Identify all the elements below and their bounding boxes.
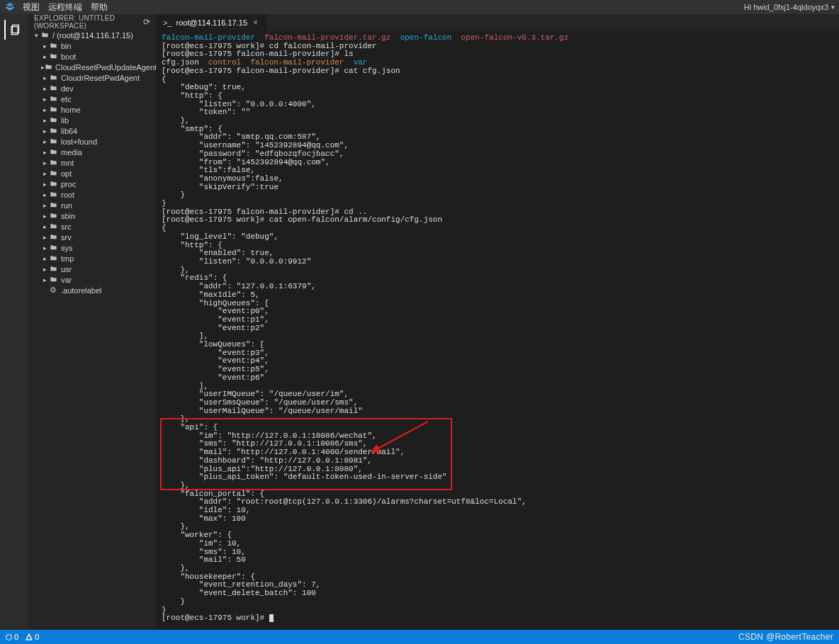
folder-icon [48, 222, 58, 230]
main-area: EXPLORER: UNTITLED (WORKSPACE) ⟳ ▾ / (ro… [0, 14, 839, 630]
tree-item-label: tmp [61, 254, 74, 263]
tree-item-label: sys [61, 244, 73, 252]
explorer-header: EXPLORER: UNTITLED (WORKSPACE) ⟳ [28, 14, 156, 30]
folder-icon [48, 42, 58, 50]
tab-label: root@114.116.17.15 [176, 18, 247, 27]
tree-folder-lib[interactable]: ▸lib [28, 115, 156, 125]
tree-folder-proc[interactable]: ▸proc [28, 179, 156, 189]
status-errors[interactable]: 0 [6, 633, 18, 641]
menu-remote-terminal[interactable]: 远程终端 [48, 1, 82, 13]
tree-item-label: bin [61, 42, 72, 50]
tree-folder-var[interactable]: ▸var [28, 274, 156, 285]
chevron-right-icon: ▸ [41, 202, 48, 209]
gear-icon: ⚙ [48, 286, 58, 295]
tree-item-label: home [61, 106, 81, 114]
explorer-title: EXPLORER: UNTITLED (WORKSPACE) [34, 14, 143, 30]
folder-icon [40, 31, 50, 39]
tree-item-label: usr [61, 265, 72, 273]
tree-folder-media[interactable]: ▸media [28, 147, 156, 157]
file-tree[interactable]: ▾ / (root@114.116.17.15) ▸bin▸boot▸Cloud… [28, 30, 156, 630]
tree-item-label: sbin [61, 212, 75, 220]
tree-item-label: media [61, 148, 82, 157]
tree-item-label: .autorelabel [61, 286, 102, 295]
warning-icon [26, 633, 33, 640]
folder-icon [48, 180, 58, 188]
tree-folder-sbin[interactable]: ▸sbin [28, 210, 156, 221]
tree-folder-boot[interactable]: ▸boot [28, 51, 156, 62]
refresh-icon[interactable]: ⟳ [143, 17, 150, 27]
chevron-right-icon: ▸ [41, 181, 48, 188]
tree-item-label: srv [61, 233, 72, 242]
tree-folder-mnt[interactable]: ▸mnt [28, 157, 156, 168]
folder-icon [48, 52, 58, 60]
chevron-down-icon: ▾ [831, 4, 835, 11]
tree-item-label: lib64 [61, 127, 77, 135]
tree-folder-CloudrResetPwdAgent[interactable]: ▸CloudrResetPwdAgent [28, 72, 156, 83]
folder-icon [48, 116, 58, 124]
chevron-down-icon: ▾ [33, 32, 40, 39]
tree-folder-run[interactable]: ▸run [28, 200, 156, 210]
tree-folder-root[interactable]: ▸root [28, 189, 156, 200]
menu-help[interactable]: 帮助 [91, 1, 108, 13]
tree-folder-CloudResetPwdUpdateAgent[interactable]: ▸CloudResetPwdUpdateAgent [28, 62, 156, 72]
tree-folder-opt[interactable]: ▸opt [28, 168, 156, 179]
editor-area: >_ root@114.116.17.15 × falcon-mail-prov… [156, 14, 839, 630]
folder-icon [48, 254, 58, 262]
chevron-right-icon: ▸ [41, 96, 48, 103]
app-logo-icon [4, 1, 16, 13]
chevron-right-icon: ▸ [41, 43, 48, 50]
tree-folder-sys[interactable]: ▸sys [28, 242, 156, 253]
tree-item-label: src [61, 222, 72, 231]
tree-folder-lost+found[interactable]: ▸lost+found [28, 136, 156, 147]
tree-folder-tmp[interactable]: ▸tmp [28, 253, 156, 264]
folder-icon [48, 201, 58, 209]
folder-icon [45, 63, 52, 71]
tree-root-label: / (root@114.116.17.15) [52, 31, 133, 40]
folder-icon [48, 74, 58, 81]
user-menu[interactable]: Hi hwid_0fxj1-4qldoyqx3 ▾ [744, 3, 835, 11]
chevron-right-icon: ▸ [41, 74, 48, 81]
chevron-right-icon: ▸ [41, 266, 48, 273]
tab-terminal[interactable]: >_ root@114.116.17.15 × [156, 14, 266, 31]
chevron-right-icon: ▸ [41, 106, 48, 113]
chevron-right-icon: ▸ [41, 276, 48, 283]
folder-icon [48, 148, 58, 156]
chevron-right-icon: ▸ [41, 191, 48, 198]
terminal-output[interactable]: falcon-mail-provider falcon-mail-provide… [156, 31, 839, 630]
tree-folder-home[interactable]: ▸home [28, 104, 156, 115]
folder-icon [48, 169, 58, 177]
tree-item-label: var [61, 276, 72, 284]
tree-item-label: CloudResetPwdUpdateAgent [55, 63, 156, 72]
tree-folder-srv[interactable]: ▸srv [28, 232, 156, 242]
chevron-right-icon: ▸ [41, 234, 48, 241]
tree-item-label: run [61, 201, 72, 210]
tree-folder-src[interactable]: ▸src [28, 221, 156, 232]
tree-item-label: etc [61, 95, 72, 103]
tree-folder-bin[interactable]: ▸bin [28, 40, 156, 51]
error-icon [6, 634, 12, 640]
tree-folder-etc[interactable]: ▸etc [28, 94, 156, 104]
terminal-cursor [269, 614, 274, 622]
folder-icon [48, 95, 58, 103]
tree-file-autorelabel[interactable]: ⚙ .autorelabel [28, 285, 156, 295]
chevron-right-icon: ▸ [41, 255, 48, 262]
tree-item-label: lib [61, 116, 69, 125]
explorer-sidebar: EXPLORER: UNTITLED (WORKSPACE) ⟳ ▾ / (ro… [28, 14, 156, 630]
tree-folder-usr[interactable]: ▸usr [28, 264, 156, 274]
tree-item-label: dev [61, 84, 74, 93]
tree-folder-lib64[interactable]: ▸lib64 [28, 125, 156, 136]
tree-item-label: proc [61, 180, 76, 188]
menu-view[interactable]: 视图 [23, 1, 40, 13]
close-icon[interactable]: × [253, 18, 258, 28]
tree-item-label: mnt [61, 159, 74, 167]
chevron-right-icon: ▸ [41, 159, 48, 166]
status-bar: 0 0 CSDN @RobertTeacher [0, 630, 839, 644]
chevron-right-icon: ▸ [41, 138, 48, 145]
tree-item-label: boot [61, 52, 76, 61]
chevron-right-icon: ▸ [41, 213, 48, 220]
status-warnings[interactable]: 0 [26, 633, 39, 641]
explorer-activity-icon[interactable] [4, 20, 24, 40]
tree-root[interactable]: ▾ / (root@114.116.17.15) [28, 30, 156, 40]
tree-folder-dev[interactable]: ▸dev [28, 83, 156, 94]
chevron-right-icon: ▸ [41, 244, 48, 252]
